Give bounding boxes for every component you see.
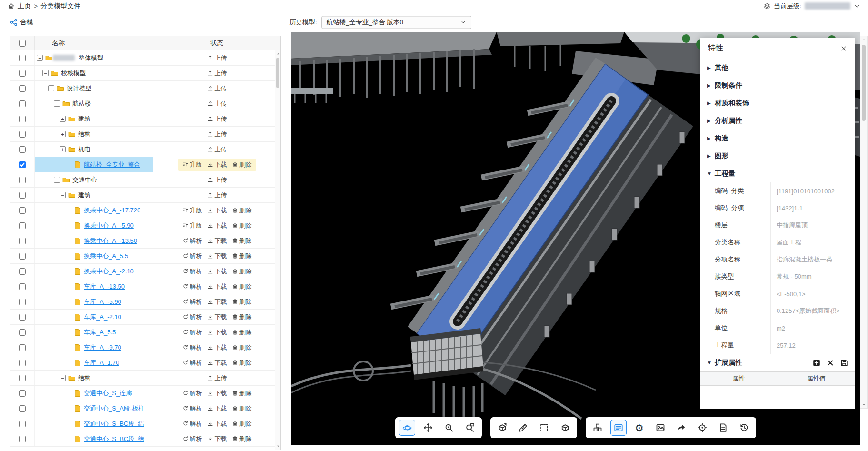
tree-item-label[interactable]: 车库_A_-9.70 [84,343,121,352]
row-checkbox[interactable] [19,146,26,153]
tree-item-label[interactable]: 校核模型 [61,69,86,78]
tree-row[interactable]: 车库_A_-9.70解析下载删除 [10,340,280,355]
tree-row[interactable]: 换乘中心_A_-17.720升版下载删除 [10,203,280,218]
home-icon[interactable] [8,2,15,10]
tree-row[interactable]: 换乘中心_A_5.5解析下载删除 [10,249,280,264]
download-action-button[interactable]: 下载 [207,359,227,367]
tree-row[interactable]: 换乘中心_A_-13.50解析下载删除 [10,233,280,249]
upgrade-action-button[interactable]: 升版 [182,221,202,230]
tree-item-label[interactable]: 车库_A_-2.10 [84,313,121,321]
tree-row[interactable]: 交通中心_S_BC段_结解析下载删除 [10,416,280,431]
tree-item-label[interactable]: 交通中心_S_BC段_结 [84,435,144,443]
row-checkbox[interactable] [19,283,26,290]
row-checkbox[interactable] [19,329,26,336]
view-orientation-button[interactable] [494,420,510,436]
save-attribute-button[interactable] [840,359,848,367]
row-checkbox[interactable] [19,116,26,122]
report-button[interactable] [715,420,731,436]
property-section-header[interactable]: ▶其他 [700,59,855,77]
status-column-header[interactable]: 状态 [153,39,280,48]
upload-action-button[interactable]: 上传 [207,69,227,78]
parse-action-button[interactable]: 解析 [182,404,202,413]
tree-item-label[interactable]: 车库_A_5.5 [84,328,116,337]
download-action-button[interactable]: 下载 [207,404,227,413]
tree-row[interactable]: −航站楼上传 [10,96,280,111]
row-checkbox[interactable] [19,268,26,275]
tree-row[interactable]: 车库_A_-5.90解析下载删除 [10,294,280,310]
download-action-button[interactable]: 下载 [207,206,227,215]
download-action-button[interactable]: 下载 [207,282,227,291]
tree-item-label[interactable]: 换乘中心_A_-13.50 [84,237,137,245]
tree-row[interactable]: −设计模型上传 [10,81,280,96]
upgrade-action-button[interactable]: 升版 [182,206,202,215]
download-action-button[interactable]: 下载 [207,435,227,443]
delete-action-button[interactable]: 删除 [232,313,252,321]
scroll-up-icon[interactable] [860,38,867,42]
zoom-extents-button[interactable] [441,420,457,436]
row-checkbox[interactable] [19,405,26,412]
tree-row[interactable]: −整体模型上传 [10,50,280,66]
pier-base-building[interactable] [410,328,483,380]
property-section-header[interactable]: ▼工程量 [700,165,855,182]
upload-action-button[interactable]: 上传 [207,84,227,93]
tree-row[interactable]: 车库_A_1.70解析下载删除 [10,355,280,371]
collapse-icon[interactable]: − [60,375,66,381]
tree-item-label[interactable]: 结构 [78,374,90,382]
tree-item-label[interactable]: 结构 [78,130,90,139]
tree-row[interactable]: 车库_A_-13.50解析下载删除 [10,279,280,294]
orbit-button[interactable] [399,420,415,436]
row-checkbox[interactable] [19,421,26,427]
tree-item-label[interactable]: 车库_A_-13.50 [84,282,125,291]
row-checkbox[interactable] [19,85,26,92]
properties-list-button[interactable] [610,420,627,436]
upload-action-button[interactable]: 上传 [207,100,227,108]
tree-row[interactable]: 交通中心_S_连廊解析下载删除 [10,386,280,401]
upload-action-button[interactable]: 上传 [207,145,227,154]
tree-item-label[interactable]: 交通中心 [72,176,97,184]
delete-action-button[interactable]: 删除 [232,298,252,306]
delete-action-button[interactable]: 删除 [232,435,252,443]
parse-action-button[interactable]: 解析 [182,359,202,367]
property-section-header[interactable]: ▶图形 [700,147,855,165]
tree-item-label[interactable]: 设计模型 [67,84,91,93]
tree-item-label[interactable]: 整体模型 [79,54,103,62]
locate-button[interactable] [694,420,710,436]
download-action-button[interactable]: 下载 [207,237,227,245]
history-button[interactable] [736,420,752,436]
current-level-control[interactable]: 当前层级: [764,2,860,10]
row-checkbox[interactable] [19,131,26,138]
upload-action-button[interactable]: 上传 [207,374,227,382]
tree-item-label[interactable]: 航站楼_全专业_整合 [84,160,140,169]
download-action-button[interactable]: 下载 [207,160,227,169]
add-attribute-button[interactable] [813,359,820,367]
tree-row[interactable]: 交通中心_S_A段-板柱解析下载删除 [10,401,280,416]
scroll-up-icon[interactable] [275,52,280,56]
parse-action-button[interactable]: 解析 [182,313,202,321]
parse-action-button[interactable]: 解析 [182,420,202,428]
model-view-button[interactable] [557,420,573,436]
parse-action-button[interactable]: 解析 [182,267,202,276]
tree-item-label[interactable]: 换乘中心_A_5.5 [84,252,128,261]
tree-item-label[interactable]: 交通中心_S_BC段_结 [84,420,144,428]
upload-action-button[interactable]: 上传 [207,115,227,123]
close-icon[interactable] [840,45,847,52]
snapshot-button[interactable] [652,420,668,436]
delete-action-button[interactable]: 删除 [232,206,252,215]
parse-action-button[interactable]: 解析 [182,298,202,306]
share-button[interactable] [673,420,689,436]
tree-row[interactable]: +机电上传 [10,142,280,157]
delete-action-button[interactable]: 删除 [232,343,252,352]
assembly-button[interactable] [589,420,606,436]
download-action-button[interactable]: 下载 [207,267,227,276]
clear-attribute-button[interactable] [827,359,834,367]
pan-button[interactable] [420,420,436,436]
row-checkbox[interactable] [19,360,26,366]
row-checkbox[interactable] [19,55,26,61]
tree-item-label[interactable]: 机电 [78,145,90,154]
tree-item-label[interactable]: 换乘中心_A_-5.90 [84,221,134,230]
row-checkbox[interactable] [19,375,26,381]
collapse-icon[interactable]: − [60,192,66,198]
tree-item-label[interactable]: 换乘中心_A_-2.10 [84,267,134,276]
collapse-icon[interactable]: − [37,55,43,61]
scroll-down-icon[interactable] [860,402,867,407]
